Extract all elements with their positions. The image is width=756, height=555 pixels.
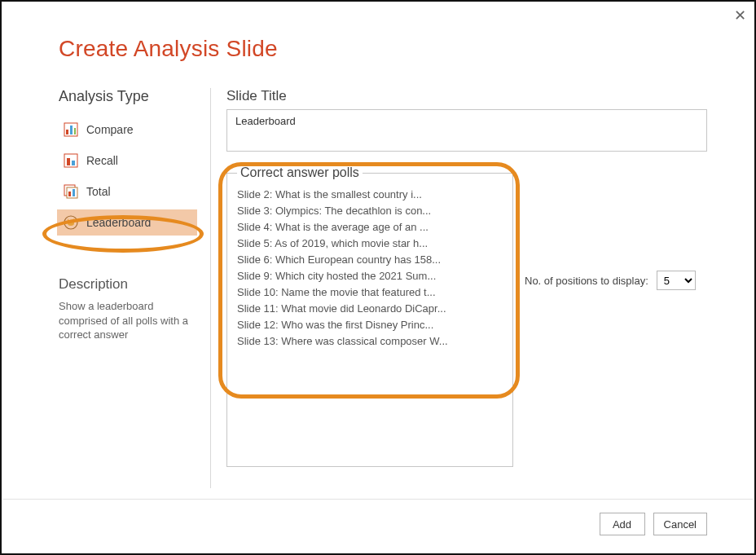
cancel-button[interactable]: Cancel bbox=[653, 513, 707, 535]
polls-fieldset: Correct answer polls Slide 2: What is th… bbox=[226, 165, 513, 467]
poll-list: Slide 2: What is the smallest country i.… bbox=[237, 185, 503, 347]
svg-rect-5 bbox=[67, 158, 70, 165]
positions-row: No. of positions to display: 5 bbox=[525, 271, 696, 290]
content-area: Analysis Type Compare bbox=[59, 88, 707, 488]
analysis-item-label: Compare bbox=[86, 123, 134, 136]
analysis-item-label: Total bbox=[86, 185, 111, 198]
positions-select[interactable]: 5 bbox=[657, 271, 696, 290]
poll-item[interactable]: Slide 13: Where was classical composer W… bbox=[237, 335, 503, 347]
svg-rect-6 bbox=[72, 161, 75, 165]
add-button[interactable]: Add bbox=[600, 513, 645, 535]
svg-rect-8 bbox=[67, 187, 77, 198]
svg-rect-10 bbox=[73, 189, 75, 196]
poll-item[interactable]: Slide 9: Which city hosted the 2021 Sum.… bbox=[237, 270, 503, 282]
slide-title-input[interactable] bbox=[226, 109, 707, 152]
analysis-item-leaderboard[interactable]: Leaderboard bbox=[57, 209, 197, 236]
polls-legend: Correct answer polls bbox=[237, 165, 363, 180]
analysis-item-label: Leaderboard bbox=[86, 216, 151, 229]
poll-item[interactable]: Slide 4: What is the average age of an .… bbox=[237, 221, 503, 233]
total-icon bbox=[64, 184, 78, 199]
poll-item[interactable]: Slide 11: What movie did Leonardo DiCapr… bbox=[237, 302, 503, 315]
svg-rect-9 bbox=[68, 192, 71, 196]
poll-item[interactable]: Slide 10: Name the movie that featured t… bbox=[237, 286, 503, 298]
svg-rect-2 bbox=[70, 126, 73, 134]
footer-separator bbox=[3, 499, 753, 500]
positions-label: No. of positions to display: bbox=[525, 275, 648, 287]
svg-rect-3 bbox=[74, 128, 76, 134]
description-heading: Description bbox=[59, 276, 197, 293]
analysis-item-label: Recall bbox=[86, 154, 118, 167]
analysis-type-list: Compare Recall bbox=[59, 117, 197, 236]
poll-item[interactable]: Slide 12: Who was the first Disney Princ… bbox=[237, 319, 503, 331]
compare-icon bbox=[64, 122, 78, 137]
description-text: Show a leaderboard comprised of all poll… bbox=[59, 299, 189, 342]
description-block: Description Show a leaderboard comprised… bbox=[59, 276, 197, 342]
svg-rect-1 bbox=[66, 130, 68, 134]
sidebar: Analysis Type Compare bbox=[59, 88, 197, 342]
footer-buttons: Add Cancel bbox=[600, 513, 707, 535]
analysis-item-compare[interactable]: Compare bbox=[59, 117, 197, 143]
svg-rect-4 bbox=[64, 154, 77, 167]
slide-title-label: Slide Title bbox=[226, 88, 707, 104]
vertical-divider bbox=[210, 88, 211, 488]
poll-item[interactable]: Slide 6: Which European country has 158.… bbox=[237, 253, 503, 266]
analysis-type-heading: Analysis Type bbox=[59, 88, 197, 105]
leaderboard-icon bbox=[64, 215, 78, 230]
dialog-title: Create Analysis Slide bbox=[59, 36, 278, 62]
analysis-item-total[interactable]: Total bbox=[59, 178, 197, 205]
poll-item[interactable]: Slide 3: Olympics: The decathlon is con.… bbox=[237, 205, 503, 217]
dialog-frame: ✕ Create Analysis Slide Analysis Type Co… bbox=[0, 0, 756, 555]
recall-icon bbox=[64, 153, 78, 168]
poll-item[interactable]: Slide 2: What is the smallest country i.… bbox=[237, 188, 503, 200]
poll-item[interactable]: Slide 5: As of 2019, which movie star h.… bbox=[237, 237, 503, 249]
close-icon[interactable]: ✕ bbox=[734, 8, 746, 23]
polls-fieldset-wrap: Correct answer polls Slide 2: What is th… bbox=[226, 165, 513, 467]
analysis-item-recall[interactable]: Recall bbox=[59, 148, 197, 174]
